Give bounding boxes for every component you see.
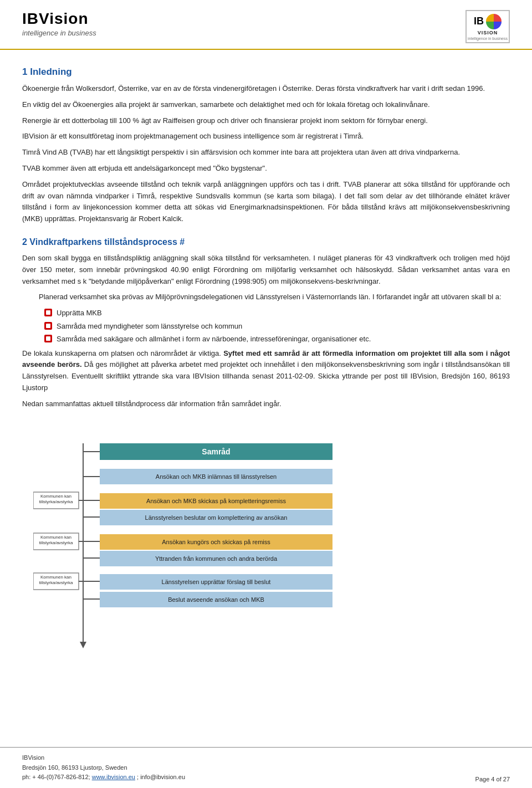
footer-phone: ph: + 46-(0)767-826-812; (22, 774, 90, 780)
footer-website[interactable]: www.ibvision.eu (92, 774, 135, 780)
svg-text:Länsstyrelsen upprättar försla: Länsstyrelsen upprättar förslag till bes… (162, 579, 271, 585)
list-item: Upprätta MKB (44, 308, 510, 319)
logo-tagline-text: intelligence in business (468, 37, 508, 40)
process-diagram-svg: Samråd Ansökan och MKB inlämnas till län… (33, 427, 366, 659)
section1-para4: IBVision är ett konsultföretag inom proj… (22, 131, 510, 142)
company-tagline: intelligence in business (22, 29, 96, 37)
bullet-text-2: Samråda med myndigheter som länsstyrelse… (57, 321, 242, 332)
section2-para1: Den som skall bygga en tillståndspliktig… (22, 253, 510, 287)
svg-text:tillstyrka/avstyrka: tillstyrka/avstyrka (39, 499, 73, 504)
section2-para3: De lokala kunskaperna om platsen och när… (22, 348, 510, 394)
page-header: IBVision intelligence in business IB VIS… (0, 0, 532, 50)
svg-text:Ansökan kungörs och skickas på: Ansökan kungörs och skickas på remiss (162, 539, 270, 545)
section1-para2: En viktig del av Ökoenergies alla projek… (22, 99, 510, 111)
bullet-icon-3 (44, 335, 52, 342)
process-diagram: Samråd Ansökan och MKB inlämnas till län… (22, 421, 510, 665)
bullet-icon-1 (44, 309, 52, 316)
section1-para7: Området projektutvecklas avseende tillst… (22, 179, 510, 225)
section1-heading: 1 Inledning (22, 66, 510, 78)
logo-ib-text: IB (474, 16, 484, 26)
bullet-icon-2 (44, 322, 52, 330)
svg-text:Ansökan och MKB inlämnas till : Ansökan och MKB inlämnas till länsstyrel… (156, 473, 277, 480)
section2-para2: Planerad verksamhet ska prövas av Miljöp… (39, 291, 510, 303)
footer-address: Bredsjön 160, 86193 Ljustorp, Sweden (22, 763, 185, 773)
svg-text:Beslut avseende ansökan och MK: Beslut avseende ansökan och MKB (168, 596, 264, 603)
svg-text:Yttranden från kommunen och an: Yttranden från kommunen och andra berörd… (155, 555, 278, 562)
svg-text:tillstyrka/avstyrka: tillstyrka/avstyrka (39, 540, 73, 545)
footer-info: IBVision Bredsjön 160, 86193 Ljustorp, S… (22, 753, 185, 782)
logo-vision-text: VISION (478, 30, 498, 35)
logo-box: IB VISION intelligence in business (466, 10, 510, 43)
footer-company: IBVision (22, 753, 185, 763)
svg-text:Länsstyrelsen beslutar om komp: Länsstyrelsen beslutar om komplettering … (145, 514, 288, 521)
section2-heading: 2 Vindkraftparkens tillståndsprocess # (22, 237, 510, 247)
bullet-list: Upprätta MKB Samråda med myndigheter som… (44, 308, 510, 345)
svg-text:Kommunen kan: Kommunen kan (40, 494, 71, 499)
page-footer: IBVision Bredsjön 160, 86193 Ljustorp, S… (0, 747, 532, 788)
company-branding: IBVision intelligence in business (22, 10, 96, 37)
footer-email: info@ibvision.eu (140, 774, 185, 780)
footer-contact: ph: + 46-(0)767-826-812; www.ibvision.eu… (22, 772, 185, 782)
bullet-text-3: Samråda med sakägare och allmänhet i for… (57, 334, 371, 345)
list-item: Samråda med sakägare och allmänhet i for… (44, 334, 510, 345)
page-number: Page 4 of 27 (475, 776, 510, 782)
section1-para5: Timrå Vind AB (TVAB) har ett långsiktigt… (22, 147, 510, 158)
section2-para4: Nedan sammanfattas aktuell tillståndproc… (22, 398, 510, 410)
bold-text: Syftet med ett samråd är att förmedla in… (22, 349, 510, 369)
section1-para1: Ökoenergie från Wolkersdorf, Österrike, … (22, 83, 510, 95)
main-content: 1 Inledning Ökoenergie från Wolkersdorf,… (0, 50, 532, 676)
svg-marker-1 (80, 642, 86, 648)
list-item: Samråda med myndigheter som länsstyrelse… (44, 321, 510, 332)
svg-text:Kommunen kan: Kommunen kan (40, 535, 71, 540)
section1-para3: Renergie är ett dotterbolag till 100 % ä… (22, 115, 510, 127)
svg-text:Kommunen kan: Kommunen kan (40, 575, 71, 580)
logo-area: IB VISION intelligence in business (466, 10, 510, 43)
logo-circle-icon (486, 14, 502, 29)
company-name: IBVision (22, 10, 96, 28)
bullet-text-1: Upprätta MKB (57, 308, 102, 319)
svg-text:tillstyrka/avstyrka: tillstyrka/avstyrka (39, 580, 73, 585)
svg-text:Samråd: Samråd (202, 447, 230, 456)
section1-para6: TVAB kommer även att erbjuda ett andelsä… (22, 163, 510, 175)
svg-text:Ansökan och MKB skickas på kom: Ansökan och MKB skickas på komplettering… (146, 498, 286, 504)
